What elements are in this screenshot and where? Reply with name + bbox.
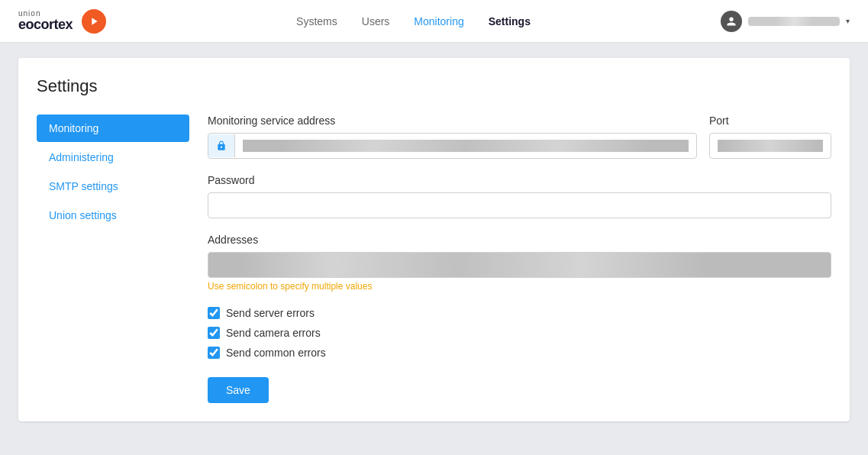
password-label: Password <box>208 174 831 186</box>
sidebar-item-smtp-settings[interactable]: SMTP settings <box>37 173 189 200</box>
user-area[interactable]: ▾ <box>721 11 850 32</box>
play-icon <box>88 15 100 27</box>
save-button[interactable]: Save <box>208 377 269 403</box>
checkbox-send-camera-errors-label: Send camera errors <box>226 327 321 339</box>
monitoring-address-input[interactable] <box>235 134 696 158</box>
password-input[interactable] <box>208 192 831 218</box>
addresses-group: Addresses Use semicolon to specify multi… <box>208 234 831 292</box>
lock-svg <box>216 140 227 151</box>
checkbox-send-server-errors-label: Send server errors <box>226 307 315 319</box>
sidebar-item-union-settings[interactable]: Union settings <box>37 202 189 229</box>
port-label: Port <box>709 115 831 127</box>
main-content: Settings Monitoring Administering SMTP s… <box>0 43 868 437</box>
checkbox-send-camera-errors[interactable]: Send camera errors <box>208 327 831 339</box>
monitoring-address-label: Monitoring service address <box>208 115 697 127</box>
sidebar-item-administering[interactable]: Administering <box>37 144 189 171</box>
checkbox-group: Send server errors Send camera errors Se… <box>208 307 831 359</box>
checkbox-send-server-errors[interactable]: Send server errors <box>208 307 831 319</box>
addresses-input[interactable] <box>208 252 831 278</box>
address-port-row: Monitoring service address Port <box>208 115 831 159</box>
addresses-hint: Use semicolon to specify multiple values <box>208 281 831 292</box>
settings-card: Settings Monitoring Administering SMTP s… <box>18 58 850 421</box>
addresses-label: Addresses <box>208 234 831 246</box>
nav-item-settings[interactable]: Settings <box>489 12 531 31</box>
checkbox-send-common-errors-input[interactable] <box>208 347 220 359</box>
logo-icon[interactable] <box>82 9 106 34</box>
logo-text: union eocortex <box>18 9 73 33</box>
user-dropdown-arrow[interactable]: ▾ <box>846 17 850 25</box>
page-title: Settings <box>37 76 831 96</box>
checkbox-send-common-errors-label: Send common errors <box>226 347 326 359</box>
nav-item-monitoring[interactable]: Monitoring <box>414 12 463 31</box>
checkbox-send-camera-errors-input[interactable] <box>208 327 220 339</box>
port-group: Port <box>709 115 831 159</box>
address-group: Monitoring service address <box>208 115 697 159</box>
main-nav: Systems Users Monitoring Settings <box>296 12 531 31</box>
checkbox-send-common-errors[interactable]: Send common errors <box>208 347 831 359</box>
port-input[interactable] <box>709 133 831 159</box>
sidebar-item-monitoring[interactable]: Monitoring <box>37 115 189 142</box>
monitoring-address-input-wrapper <box>208 133 697 159</box>
user-name-blurred <box>748 17 840 26</box>
logo-brand-text: eocortex <box>18 18 73 33</box>
checkbox-send-server-errors-input[interactable] <box>208 307 220 319</box>
settings-layout: Monitoring Administering SMTP settings U… <box>37 115 831 403</box>
nav-item-users[interactable]: Users <box>362 12 390 31</box>
person-icon <box>726 16 737 27</box>
nav-item-systems[interactable]: Systems <box>296 12 337 31</box>
logo-area: union eocortex <box>18 9 106 34</box>
lock-icon <box>208 134 235 157</box>
settings-content: Monitoring service address Port <box>208 115 831 403</box>
password-group: Password <box>208 174 831 218</box>
header: union eocortex Systems Users Monitoring … <box>0 0 868 43</box>
user-avatar-icon <box>721 11 742 32</box>
settings-sidebar: Monitoring Administering SMTP settings U… <box>37 115 189 403</box>
